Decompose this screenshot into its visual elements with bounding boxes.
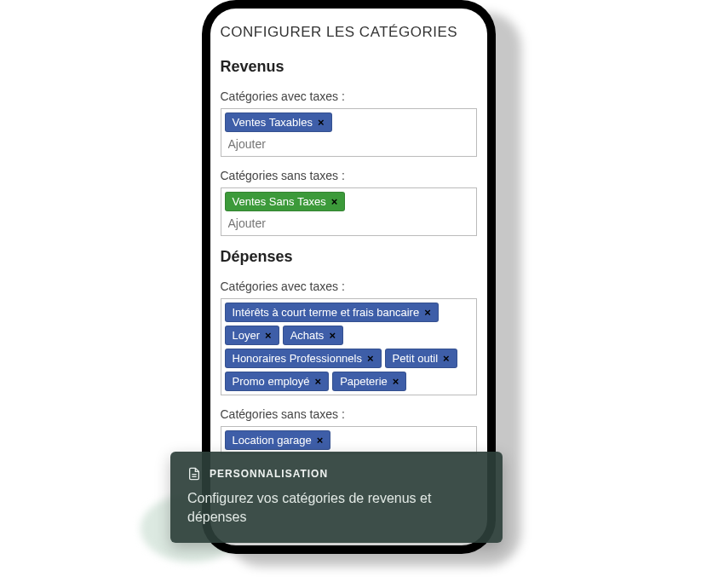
page-title: CONFIGURER LES CATÉGORIES — [221, 24, 477, 41]
close-icon[interactable]: × — [329, 330, 336, 341]
close-icon[interactable]: × — [265, 330, 272, 341]
tag-achats[interactable]: Achats × — [283, 326, 343, 345]
screen-content: CONFIGURER LES CATÉGORIES Revenus Catégo… — [210, 9, 487, 478]
depenses-with-taxes-input[interactable]: Intérêts à court terme et frais bancaire… — [221, 298, 477, 395]
revenus-with-taxes-input[interactable]: Ventes Taxables × — [221, 108, 477, 157]
tag-label: Promo employé — [233, 375, 310, 388]
section-heading-depenses: Dépenses — [221, 248, 477, 266]
tag-label: Petit outil — [393, 352, 438, 365]
tag-location-garage[interactable]: Location garage × — [225, 430, 331, 450]
tag-ventes-sans-taxes[interactable]: Ventes Sans Taxes × — [225, 192, 346, 211]
tag-honoraires[interactable]: Honoraires Professionnels × — [225, 349, 382, 368]
tag-label: Achats — [290, 329, 325, 342]
close-icon[interactable]: × — [424, 307, 431, 318]
close-icon[interactable]: × — [331, 196, 338, 207]
depenses-without-taxes-input[interactable]: Location garage × — [221, 426, 477, 454]
overlay-header: PERSONNALISATION — [187, 467, 486, 481]
close-icon[interactable]: × — [315, 376, 322, 387]
tag-promo-employe[interactable]: Promo employé × — [225, 372, 330, 391]
tag-loyer[interactable]: Loyer × — [225, 326, 279, 345]
tag-label: Loyer — [233, 329, 261, 342]
revenus-without-taxes-input[interactable]: Ventes Sans Taxes × — [221, 187, 477, 236]
close-icon[interactable]: × — [318, 117, 325, 128]
tag-papeterie[interactable]: Papeterie × — [332, 372, 406, 391]
tag-label: Intérêts à court terme et frais bancaire — [233, 306, 420, 319]
close-icon[interactable]: × — [393, 376, 399, 387]
tag-label: Honoraires Professionnels — [233, 352, 362, 365]
tag-label: Location garage — [233, 434, 312, 447]
overlay-description: Configurez vos catégories de revenus et … — [187, 489, 486, 527]
overlay-title: PERSONNALISATION — [210, 468, 328, 480]
close-icon[interactable]: × — [317, 435, 324, 446]
document-icon — [187, 467, 201, 481]
depenses-without-taxes-label: Catégories sans taxes : — [221, 407, 477, 421]
tag-label: Papeterie — [340, 375, 388, 388]
tag-interets[interactable]: Intérêts à court terme et frais bancaire… — [225, 303, 439, 322]
tag-label: Ventes Sans Taxes — [233, 195, 326, 208]
revenus-with-taxes-label: Catégories avec taxes : — [221, 89, 477, 103]
tag-petit-outil[interactable]: Petit outil × — [385, 349, 457, 368]
tag-ventes-taxables[interactable]: Ventes Taxables × — [225, 112, 332, 132]
depenses-with-taxes-label: Catégories avec taxes : — [221, 280, 477, 293]
add-tag-input[interactable] — [225, 135, 381, 153]
tag-label: Ventes Taxables — [233, 116, 313, 129]
close-icon[interactable]: × — [367, 353, 374, 364]
revenus-without-taxes-label: Catégories sans taxes : — [221, 169, 477, 182]
section-heading-revenus: Revenus — [221, 58, 477, 76]
close-icon[interactable]: × — [443, 353, 450, 364]
info-overlay-card: PERSONNALISATION Configurez vos catégori… — [170, 452, 503, 543]
add-tag-input[interactable] — [225, 215, 381, 232]
